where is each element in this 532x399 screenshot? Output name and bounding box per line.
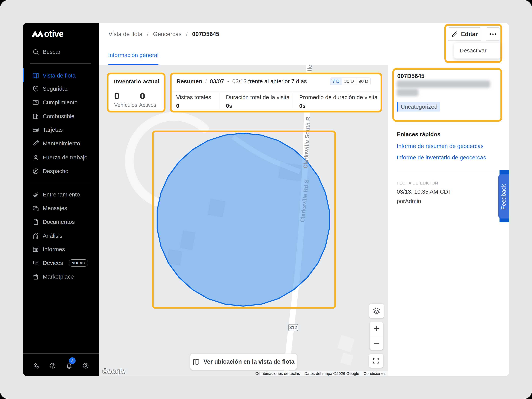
svg-text:Google: Google — [102, 367, 125, 375]
svg-text:lle: lle — [306, 65, 313, 71]
svg-text:otive: otive — [44, 30, 63, 38]
